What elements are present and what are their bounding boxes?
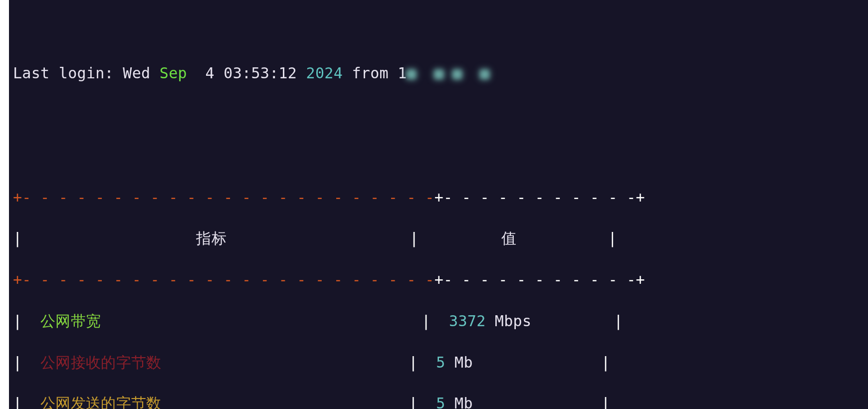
header-value: 值 <box>501 229 516 247</box>
table-top-border: +- - - - - - - - - - - - - - - - - - - -… <box>13 187 864 207</box>
window-left-edge <box>0 0 9 409</box>
table-pipe: | <box>13 312 40 330</box>
cell-pad: | <box>473 354 610 371</box>
table-border-segment: +- - - - - - - - - - -+ <box>434 189 645 206</box>
terminal-area[interactable]: Last login: Wed Sep 4 03:53:12 2024 from… <box>9 0 868 409</box>
login-ip-redacted: ■ ■ ■ ■ <box>407 64 489 82</box>
cell-pad: | <box>101 312 449 330</box>
cell-pad: | <box>162 354 436 371</box>
cell-pad: | <box>531 312 623 330</box>
table-row: | 公网发送的字节数 | 5 Mb | <box>13 393 864 409</box>
blank-line-1 <box>13 104 864 125</box>
terminal-screenshot: Last login: Wed Sep 4 03:53:12 2024 from… <box>0 0 868 409</box>
metric-unit: Mb <box>445 354 473 371</box>
last-login-prefix: Last login: Wed <box>13 64 160 82</box>
metric-value: 3372 <box>449 312 485 330</box>
header-metric: 指标 <box>196 229 226 247</box>
metric-value: 5 <box>436 395 445 409</box>
table-row: | 公网带宽 | 3372 Mbps | <box>13 311 864 331</box>
last-login-line: Last login: Wed Sep 4 03:53:12 2024 from… <box>13 63 864 83</box>
cell-pad: | <box>162 395 436 409</box>
table-pipe: | <box>516 229 617 247</box>
table-border-segment: +- - - - - - - - - - - - - - - - - - - -… <box>13 189 434 206</box>
table-pipe: | <box>13 395 40 409</box>
blank-line-2 <box>13 146 864 166</box>
login-from: from <box>343 64 398 82</box>
login-ip-visible: 1 <box>398 64 407 82</box>
metric-unit: Mbps <box>486 312 532 330</box>
table-pipe: | <box>13 354 40 371</box>
table-pipe: | <box>226 229 501 247</box>
table-border-segment: +- - - - - - - - - - -+ <box>434 271 645 288</box>
table-sep-border: +- - - - - - - - - - - - - - - - - - - -… <box>13 269 864 290</box>
cell-pad: | <box>473 395 610 409</box>
table-border-segment: +- - - - - - - - - - - - - - - - - - - -… <box>13 271 434 288</box>
metric-label: 公网接收的字节数 <box>40 354 161 371</box>
login-datetime: 4 03:53:12 <box>187 64 306 82</box>
metric-value: 5 <box>436 354 445 371</box>
table-header-row: | 指标 | 值 | <box>13 228 864 248</box>
login-month: Sep <box>160 64 187 82</box>
metric-unit: Mb <box>445 395 473 409</box>
login-year: 2024 <box>306 64 343 82</box>
metric-label: 公网带宽 <box>40 312 101 330</box>
metric-label: 公网发送的字节数 <box>40 395 161 409</box>
table-pipe: | <box>13 229 196 247</box>
table-row: | 公网接收的字节数 | 5 Mb | <box>13 352 864 373</box>
